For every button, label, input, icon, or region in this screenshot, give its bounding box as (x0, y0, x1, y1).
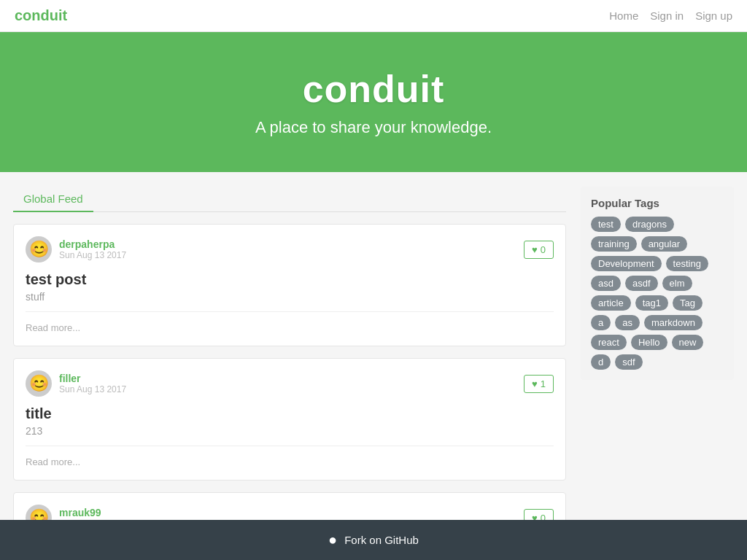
popular-tags-title: Popular Tags (591, 197, 724, 209)
heart-icon: ♥ (532, 244, 538, 255)
hero-banner: conduit A place to share your knowledge. (0, 32, 747, 172)
article-date: Sun Aug 13 2017 (59, 250, 126, 260)
article-preview: 213 (26, 425, 554, 437)
article-preview: stuff (26, 291, 554, 303)
navbar-link-sign-up[interactable]: Sign up (695, 9, 732, 22)
popular-tags-box: Popular Tags testdragonstrainingangularD… (581, 187, 734, 380)
tag-pill[interactable]: new (672, 335, 704, 350)
tag-pill[interactable]: markdown (644, 315, 703, 330)
navbar-link-home[interactable]: Home (609, 9, 638, 22)
read-more-link[interactable]: Read more... (26, 456, 80, 467)
like-button[interactable]: ♥ 1 (524, 375, 554, 393)
article-date: Sun Aug 13 2017 (59, 384, 126, 394)
author-name[interactable]: mrauk99 (59, 507, 126, 518)
hero-subtitle: A place to share your knowledge. (15, 118, 732, 137)
like-button[interactable]: ♥ 0 (524, 241, 554, 259)
article-author-info: 😊 derpaherpa Sun Aug 13 2017 (26, 236, 126, 262)
read-more-link[interactable]: Read more... (26, 322, 80, 333)
tag-pill[interactable]: tag1 (635, 295, 668, 311)
article-card: 😊 filler Sun Aug 13 2017 ♥ 1 title 213 R… (13, 358, 566, 481)
footer: ● Fork on GitHub (0, 520, 747, 560)
navbar-link-sign-in[interactable]: Sign in (650, 9, 684, 22)
like-count: 1 (541, 378, 546, 389)
article-title: title (26, 405, 554, 422)
tag-pill[interactable]: Development (591, 256, 662, 271)
tag-pill[interactable]: Hello (631, 335, 667, 350)
tag-pill[interactable]: asdf (625, 276, 658, 291)
tag-pill[interactable]: react (591, 335, 627, 350)
author-name[interactable]: derpaherpa (59, 238, 126, 250)
tag-pill[interactable]: elm (662, 276, 692, 291)
hero-title: conduit (15, 67, 732, 111)
like-count: 0 (541, 244, 546, 255)
article-header: 😊 filler Sun Aug 13 2017 ♥ 1 (26, 370, 554, 397)
feed-section: Global Feed 😊 derpaherpa Sun Aug 13 2017… (13, 187, 566, 560)
feed-tabs: Global Feed (13, 187, 566, 212)
avatar: 😊 (26, 236, 52, 262)
article-header: 😊 derpaherpa Sun Aug 13 2017 ♥ 0 (26, 236, 554, 262)
article-author-info: 😊 filler Sun Aug 13 2017 (26, 370, 126, 397)
tag-pill[interactable]: d (591, 354, 611, 370)
tag-pill[interactable]: training (591, 236, 637, 252)
tag-pill[interactable]: angular (641, 236, 687, 252)
articles-container: 😊 derpaherpa Sun Aug 13 2017 ♥ 0 test po… (13, 224, 566, 560)
tag-pill[interactable]: dragons (625, 217, 674, 232)
sidebar: Popular Tags testdragonstrainingangularD… (581, 187, 734, 560)
tag-pill[interactable]: article (591, 295, 631, 311)
article-title: test post (26, 271, 554, 288)
tag-pill[interactable]: Tag (673, 295, 703, 311)
article-card: 😊 derpaherpa Sun Aug 13 2017 ♥ 0 test po… (13, 224, 566, 346)
main-container: Global Feed 😊 derpaherpa Sun Aug 13 2017… (1, 172, 746, 560)
tag-pill[interactable]: testing (666, 256, 708, 271)
author-name[interactable]: filler (59, 373, 126, 384)
article-divider (26, 311, 554, 312)
github-icon: ● (328, 532, 337, 548)
article-divider (26, 446, 554, 446)
tag-pill[interactable]: a (591, 315, 611, 330)
tag-pill[interactable]: as (615, 315, 640, 330)
navbar-links: HomeSign inSign up (609, 9, 732, 23)
heart-icon: ♥ (532, 378, 538, 389)
tag-pill[interactable]: test (591, 217, 621, 232)
navbar-brand[interactable]: conduit (15, 7, 67, 24)
footer-label[interactable]: Fork on GitHub (344, 534, 419, 546)
tab-global-feed[interactable]: Global Feed (13, 187, 93, 212)
tags-list: testdragonstrainingangularDevelopmenttes… (591, 217, 724, 370)
tag-pill[interactable]: sdf (615, 354, 642, 370)
tag-pill[interactable]: asd (591, 276, 621, 291)
navbar: conduit HomeSign inSign up (0, 0, 747, 32)
avatar: 😊 (26, 370, 52, 397)
